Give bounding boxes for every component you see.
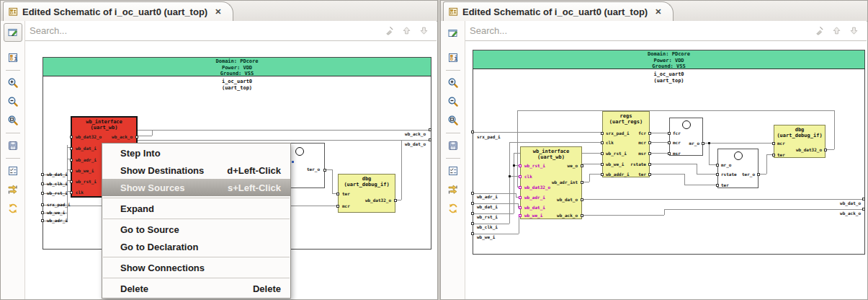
port-pin [862,198,865,200]
pin [581,181,583,184]
zoom-fit-button[interactable] [4,112,22,129]
menu-item-shortcut: Delete [253,283,281,294]
pin [716,184,719,187]
pin-label: wb_dat_o [557,198,578,202]
menu-item-expand[interactable]: Expand [102,200,290,217]
pin [601,173,604,176]
right-tab[interactable]: Edited Schematic of i_oc_uart0 (uart_top… [443,1,674,21]
toolbar-separator [446,133,460,133]
zoom-fit-button[interactable] [444,112,462,129]
zoom-in-button[interactable] [444,74,462,92]
zoom-out-button[interactable] [4,93,22,110]
pin-label: wb_rst_i [76,180,97,184]
banner-domain: Domain: PDcore [473,51,864,58]
block-type: (uart_debug_if) [339,182,395,188]
right-editor-pane: Edited Schematic of i_oc_uart0 (uart_top… [440,0,868,300]
pin [716,173,719,176]
instance-type: (uart_top) [473,78,865,84]
menu-item-step-into[interactable]: Step Into [102,144,290,162]
pin-label: wb_we_i [76,169,94,173]
zoom-fit-icon [7,115,19,126]
menu-separator [103,219,290,219]
save-button[interactable] [4,137,22,154]
menu-item-label: Show Destinations [120,165,204,176]
block-dbg[interactable]: dbg (uart_debug_if) ter mcr wb_dat32_o [338,174,395,213]
pin-label: wb_ack_o [557,213,578,218]
zoom-out-button[interactable] [444,93,462,110]
pin-label: wb_adr_i [524,195,545,200]
wire [697,164,697,174]
right-tab-close-icon[interactable]: ✕ [655,7,661,17]
block-type: (uart_debug_if) [774,133,825,138]
wire [664,209,665,215]
zoom-out-icon [7,96,19,107]
block-dbg[interactable]: dbg (uart_debug_if) mcr ter wb_dat32_o [774,125,826,158]
block-regs[interactable]: regs (uart_regs) srx_pad_i clk wb_rst_i … [602,111,650,177]
block-wb-interface[interactable]: wb_interface (uart_wb) wb_rst_i clk wb_d… [520,146,582,219]
menu-item-go-to-declaration[interactable]: Go to Declaration [102,238,290,255]
left-tab[interactable]: Edited Schematic of i_oc_uart0 (uart_top… [3,1,233,21]
schematic-tab-icon [448,6,459,17]
pin-label: wb_adr_i [76,158,97,162]
search-previous-icon[interactable] [831,25,842,36]
trace-connections-button[interactable] [444,181,462,198]
wire [709,143,710,164]
menu-item-show-destinations[interactable]: Show Destinationsd+Left-Click [102,162,290,179]
clear-search-icon[interactable] [384,25,395,36]
filters-button[interactable] [4,162,22,180]
instance-type: (uart_top) [42,85,431,92]
wire [650,164,697,164]
search-edit-button[interactable] [444,25,462,42]
pin [519,186,522,189]
block-mux-a[interactable]: fcr mcr msr mr_o [669,118,703,156]
search-input[interactable] [25,25,384,37]
pin [757,173,760,176]
trace-connections-button[interactable] [4,181,22,198]
port-pin [41,219,44,222]
zoom-fit-icon [447,115,459,126]
search-next-icon[interactable] [419,25,429,36]
wire [650,174,684,175]
left-tab-close-icon[interactable]: ✕ [215,7,221,17]
menu-item-label: Expand [120,203,154,214]
pin-label: mcr [342,204,350,208]
menu-item-go-to-source[interactable]: Go to Source [102,221,290,238]
search-next-icon[interactable] [849,25,859,36]
refresh-button[interactable] [4,200,22,217]
pin [772,154,775,156]
zoom-in-button[interactable] [4,74,22,92]
menu-item-delete[interactable]: DeleteDelete [102,280,290,297]
pin-label: msr [638,151,646,156]
banner-power: Power: VDD [473,58,864,64]
menu-item-show-connections[interactable]: Show Connections [102,259,290,276]
menu-item-show-sources[interactable]: Show Sourcess+Left-Click [102,179,290,196]
gate-symbol-icon [734,151,743,160]
pin [70,159,73,162]
search-previous-icon[interactable] [401,25,412,36]
port-label: wb_adr_i [477,195,498,199]
wire [138,136,152,136]
save-button[interactable] [444,137,462,154]
left-search-bar [25,21,437,41]
refresh-button[interactable] [444,200,462,217]
clear-search-icon[interactable] [814,25,825,36]
pin [716,164,719,167]
filters-button[interactable] [444,162,462,180]
port-label: wb_rst_i [47,191,68,195]
search-edit-button[interactable] [4,23,22,42]
pin-label: clk [524,175,532,179]
pin-label: mcr [673,141,681,145]
schematic-properties-button[interactable] [444,49,462,66]
wire [650,153,669,154]
search-input[interactable] [465,25,814,37]
port-label: wb_adr_i [47,219,68,223]
save-icon [7,140,19,151]
pin-label: fcr [638,131,646,136]
schematic-properties-button[interactable] [4,49,22,66]
menu-item-label: Go to Declaration [120,242,198,252]
menu-separator [103,278,290,278]
pin-label: wb_adr_int [552,180,578,185]
port-pin [471,131,474,133]
menu-separator [103,257,290,257]
block-mux-b[interactable]: mr_o rstate ter ter_o [717,149,759,188]
